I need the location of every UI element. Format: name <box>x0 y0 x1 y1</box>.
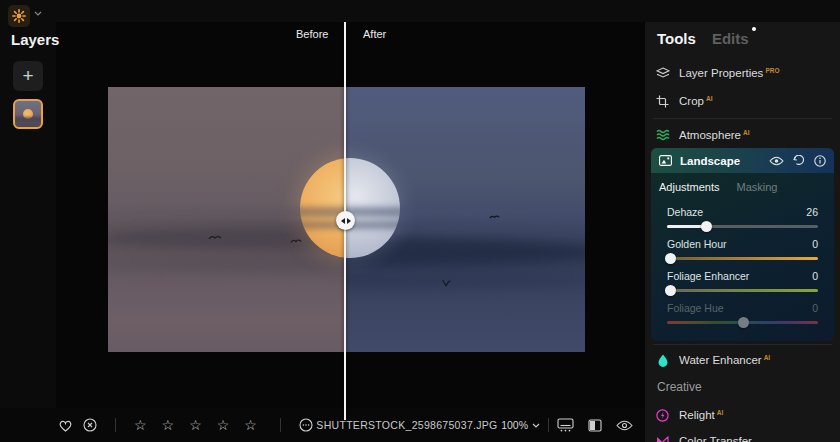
more-options-icon[interactable] <box>299 418 313 432</box>
preview-eye-icon[interactable] <box>616 420 633 431</box>
favorite-heart-icon[interactable] <box>58 419 73 432</box>
bird-silhouette <box>290 238 302 244</box>
dehaze-track[interactable] <box>667 225 818 228</box>
foliage-hue-thumb[interactable] <box>738 317 749 328</box>
dehaze-thumb[interactable] <box>701 221 712 232</box>
tool-label: AtmosphereAI <box>679 129 750 141</box>
current-filename: SHUTTERSTOCK_2598675037.JPG <box>313 419 501 431</box>
color-transfer-icon <box>655 436 670 442</box>
landscape-image-icon <box>659 155 672 166</box>
logo-menu-chevron-icon[interactable] <box>34 11 42 16</box>
bird-silhouette <box>489 214 500 220</box>
tool-color-transfer[interactable]: Color Transfer <box>645 428 840 442</box>
add-layer-button[interactable]: + <box>13 61 43 91</box>
relight-icon <box>655 409 670 422</box>
visibility-eye-icon[interactable] <box>769 156 784 166</box>
slider-golden-hour: Golden Hour 0 <box>667 238 818 260</box>
rating-star-3[interactable]: ☆ <box>189 417 207 433</box>
landscape-tab-adjustments[interactable]: Adjustments <box>659 181 720 193</box>
tool-water-enhancer[interactable]: Water EnhancerAI <box>645 347 840 373</box>
landscape-header[interactable]: Landscape <box>651 148 834 173</box>
layer-thumbnail-selected[interactable] <box>13 99 43 129</box>
thumbnail-cloud <box>15 117 43 122</box>
edits-notification-dot <box>752 27 756 31</box>
rating-star-2[interactable]: ☆ <box>162 417 180 433</box>
rating-star-4[interactable]: ☆ <box>217 417 235 433</box>
tool-landscape-expanded: Landscape Adjustments Masking Dehaze 26 <box>651 148 834 341</box>
atmosphere-waves-icon <box>655 129 670 141</box>
slider-value: 0 <box>812 238 818 250</box>
zoom-level-value: 100% <box>501 419 528 431</box>
layers-title: Layers <box>11 31 59 48</box>
slider-value: 0 <box>812 302 818 314</box>
tool-crop[interactable]: CropAI <box>645 88 840 114</box>
tool-label: Layer PropertiesPRO <box>679 67 779 79</box>
rating-star-1[interactable]: ☆ <box>134 417 152 433</box>
slider-foliage-enhancer: Foliage Enhancer 0 <box>667 270 818 292</box>
slider-label: Foliage Enhancer <box>667 270 749 282</box>
tool-atmosphere[interactable]: AtmosphereAI <box>645 122 840 148</box>
golden-hour-thumb[interactable] <box>665 253 676 264</box>
slider-foliage-hue: Foliage Hue 0 <box>667 302 818 324</box>
slider-label: Foliage Hue <box>667 302 724 314</box>
bottom-toolbar: ☆ ☆ ☆ ☆ ☆ SHUTTERSTOCK_2598675037.JPG 10… <box>0 408 645 442</box>
crop-icon <box>655 95 670 108</box>
toolbar-divider <box>115 418 116 432</box>
titlebar <box>0 0 840 22</box>
landscape-tab-masking[interactable]: Masking <box>737 181 778 193</box>
foliage-enhancer-thumb[interactable] <box>665 285 676 296</box>
toolbar-divider <box>280 418 281 432</box>
app-logo-icon[interactable] <box>8 5 30 27</box>
bird-silhouette <box>440 279 452 287</box>
tool-layer-properties[interactable]: Layer PropertiesPRO <box>645 60 840 86</box>
water-drop-icon <box>655 354 670 367</box>
chevron-down-icon <box>532 423 540 428</box>
sunburst-icon <box>12 9 26 23</box>
layers-stack-icon <box>655 67 670 79</box>
panel-divider <box>653 118 832 119</box>
reject-circle-x-icon[interactable] <box>83 418 97 432</box>
before-image-half <box>108 87 345 352</box>
panel-divider <box>653 344 832 345</box>
slider-value: 0 <box>812 270 818 282</box>
luminar-app-window: Catalog Presets Edit <box>0 0 840 442</box>
tool-label: Water EnhancerAI <box>679 354 770 366</box>
zoom-level-dropdown[interactable]: 100% <box>501 419 540 431</box>
foliage-enhancer-track[interactable] <box>667 289 818 292</box>
bird-silhouette <box>208 234 222 241</box>
tools-panel: Tools Edits Layer PropertiesPRO CropAI A… <box>645 22 840 442</box>
undo-icon[interactable] <box>793 155 805 166</box>
rating-star-5[interactable]: ☆ <box>244 417 262 433</box>
before-label: Before <box>296 28 328 40</box>
slider-label: Dehaze <box>667 206 703 218</box>
landscape-title: Landscape <box>680 155 761 167</box>
filmstrip-view-icon[interactable] <box>557 418 574 432</box>
after-image-half <box>345 87 585 352</box>
toolbar-divider <box>548 418 549 432</box>
tool-label: CropAI <box>679 95 712 107</box>
tool-label: RelightAI <box>679 409 723 421</box>
creative-section-heading: Creative <box>657 380 702 394</box>
slider-dehaze: Dehaze 26 <box>667 206 818 228</box>
arrow-right-icon <box>347 218 351 224</box>
layers-panel: Layers + <box>0 22 56 408</box>
golden-hour-track[interactable] <box>667 257 818 260</box>
tab-edits-label: Edits <box>712 30 749 47</box>
before-after-split-icon[interactable] <box>588 419 602 432</box>
slider-label: Golden Hour <box>667 238 727 250</box>
slider-value: 26 <box>806 206 818 218</box>
compare-drag-handle[interactable] <box>336 211 355 230</box>
foliage-hue-track[interactable] <box>667 321 818 324</box>
tab-tools[interactable]: Tools <box>657 30 696 47</box>
info-icon[interactable] <box>814 155 826 167</box>
tab-edits[interactable]: Edits <box>712 30 749 47</box>
tool-relight[interactable]: RelightAI <box>645 402 840 428</box>
tool-label: Color Transfer <box>679 435 752 442</box>
after-label: After <box>363 28 386 40</box>
arrow-left-icon <box>341 218 345 224</box>
